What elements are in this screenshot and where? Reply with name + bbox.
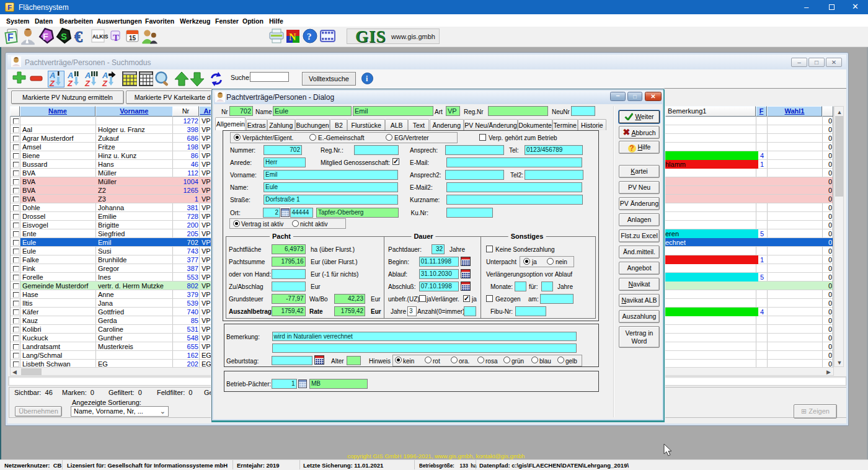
- svg-text:ALKIS: ALKIS: [92, 33, 108, 40]
- svg-text:F: F: [7, 32, 14, 43]
- svg-text:€: €: [74, 28, 82, 46]
- svg-text:Z: Z: [67, 79, 73, 88]
- svg-text:N: N: [289, 32, 296, 42]
- svg-text:Z: Z: [49, 79, 55, 88]
- svg-text:T: T: [113, 33, 119, 43]
- svg-text:F: F: [43, 32, 48, 42]
- svg-text:Z: Z: [84, 79, 91, 88]
- svg-text:?: ?: [307, 32, 312, 42]
- svg-text:S: S: [61, 32, 67, 42]
- svg-text:Z: Z: [102, 79, 108, 88]
- svg-text:15: 15: [129, 35, 136, 42]
